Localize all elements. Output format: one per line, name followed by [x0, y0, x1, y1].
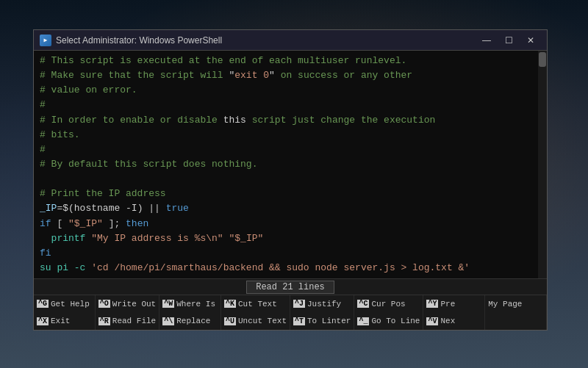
replace-label: Replace	[176, 317, 210, 325]
gotoline-label: Go To Line	[371, 317, 420, 325]
writeout-label: Write Out	[112, 300, 156, 309]
titlebar: ▶ Select Administrator: Windows PowerShe…	[34, 30, 547, 51]
empty-item	[485, 313, 547, 331]
tolinter-label: To Linter	[307, 317, 351, 325]
justify-key: ^J	[293, 300, 305, 308]
whereis-label: Where Is	[176, 300, 215, 309]
window-icon: ▶	[40, 35, 51, 46]
help-button[interactable]: ^G Get Help	[34, 295, 96, 313]
nextpage-button[interactable]: ^V Nex	[423, 313, 485, 331]
justify-button[interactable]: ^J Justify	[290, 295, 354, 313]
prevpage-label: Pre	[440, 300, 455, 309]
statusbar: Read 21 lines	[34, 278, 547, 295]
readfile-label: Read File	[112, 317, 156, 325]
minimize-button[interactable]: —	[476, 33, 497, 48]
powershell-window: ▶ Select Administrator: Windows PowerShe…	[33, 29, 548, 331]
help-label: Get Help	[51, 300, 90, 309]
nextpage-label: Nex	[440, 317, 455, 325]
status-message: Read 21 lines	[246, 281, 334, 294]
cuttext-button[interactable]: ^K Cut Text	[221, 295, 290, 313]
gotoline-button[interactable]: ^_ Go To Line	[354, 313, 423, 331]
tolinter-button[interactable]: ^T To Linter	[290, 313, 354, 331]
window-controls: — ☐ ✕	[476, 33, 541, 48]
writeout-button[interactable]: ^O Write Out	[96, 295, 159, 313]
exit-button[interactable]: ^X Exit	[34, 313, 96, 331]
mypage-label: My Page	[488, 300, 522, 309]
close-button[interactable]: ✕	[520, 33, 541, 48]
exit-label: Exit	[51, 317, 70, 325]
curpos-key: ^C	[357, 300, 369, 308]
whereis-button[interactable]: ^W Where Is	[159, 295, 221, 313]
justify-label: Justify	[307, 300, 341, 309]
writeout-key: ^O	[98, 300, 110, 308]
window-title: Select Administrator: Windows PowerShell	[56, 35, 476, 46]
tolinter-key: ^T	[293, 317, 305, 325]
exit-key: ^X	[37, 317, 49, 325]
uncut-button[interactable]: ^U Uncut Text	[221, 313, 290, 331]
help-key: ^G	[37, 300, 49, 308]
editor-area: # This script is executed at the end of …	[34, 51, 547, 278]
gotoline-key: ^_	[357, 317, 369, 325]
replace-key: ^\	[162, 317, 174, 325]
bottombar: ^G Get Help ^O Write Out ^W Where Is ^K …	[34, 295, 547, 330]
maximize-button[interactable]: ☐	[498, 33, 519, 48]
uncut-label: Uncut Text	[238, 317, 287, 325]
mypage-label-item: My Page	[485, 295, 547, 313]
replace-button[interactable]: ^\ Replace	[159, 313, 221, 331]
scrollbar[interactable]	[538, 51, 547, 278]
prevpage-key: ^Y	[426, 300, 438, 308]
code-content: # This script is executed at the end of …	[40, 54, 544, 278]
curpos-label: Cur Pos	[371, 300, 405, 309]
uncut-key: ^U	[224, 317, 236, 325]
whereis-key: ^W	[162, 300, 174, 308]
scrollbar-thumb[interactable]	[539, 52, 546, 67]
prevpage-button[interactable]: ^Y Pre	[423, 295, 485, 313]
curpos-button[interactable]: ^C Cur Pos	[354, 295, 423, 313]
readfile-key: ^R	[98, 317, 110, 325]
cuttext-key: ^K	[224, 300, 236, 308]
cuttext-label: Cut Text	[238, 300, 277, 309]
nextpage-key: ^V	[426, 317, 438, 325]
readfile-button[interactable]: ^R Read File	[96, 313, 159, 331]
